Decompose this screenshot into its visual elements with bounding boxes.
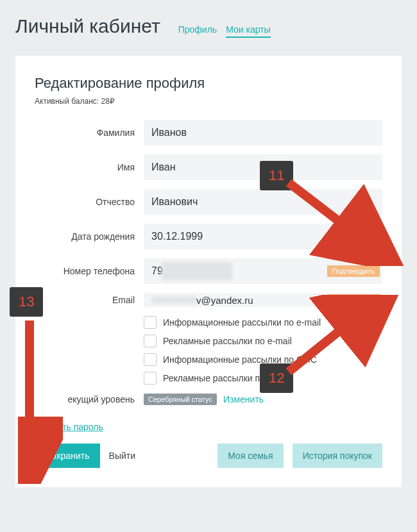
dob-label: Дата рождения bbox=[35, 231, 144, 242]
phone-redacted bbox=[162, 262, 232, 280]
lock-icon bbox=[367, 230, 376, 243]
page-title: Личный кабинет bbox=[15, 15, 160, 37]
card-title: Редактирование профиля bbox=[35, 75, 382, 92]
firstname-input[interactable] bbox=[144, 154, 382, 180]
confirm-email-button[interactable]: Подтвердить bbox=[327, 294, 380, 306]
tab-my-cards[interactable]: Мои карты bbox=[226, 24, 271, 38]
history-button[interactable]: История покупок bbox=[293, 444, 382, 468]
change-level-link[interactable]: Изменить bbox=[223, 394, 264, 404]
lastname-label: Фамилия bbox=[35, 128, 144, 138]
lastname-input[interactable] bbox=[144, 120, 382, 145]
phone-label: Номер телефона bbox=[35, 266, 144, 276]
firstname-label: Имя bbox=[35, 162, 144, 172]
dob-input bbox=[144, 224, 382, 249]
level-label: екущий уровень bbox=[35, 394, 144, 404]
email-label: Email bbox=[35, 295, 144, 305]
family-button[interactable]: Моя семья bbox=[217, 444, 283, 468]
save-button[interactable]: Сохранить bbox=[35, 444, 100, 468]
middlename-input[interactable] bbox=[144, 189, 382, 215]
checkbox-label-sms-info: Информационные рассылки по СМС bbox=[163, 354, 317, 365]
checkbox-sms-ads[interactable] bbox=[144, 372, 157, 385]
nav-tabs: Профиль Мои карты bbox=[178, 24, 271, 38]
balance-text: Активный баланс: 28₽ bbox=[35, 97, 382, 106]
change-password-link[interactable]: Сменить пароль bbox=[35, 422, 103, 432]
checkbox-label-sms-ads: Рекламные рассылки по СМС bbox=[163, 373, 287, 383]
tab-profile[interactable]: Профиль bbox=[178, 24, 217, 38]
profile-card: Редактирование профиля Активный баланс: … bbox=[15, 56, 402, 487]
checkbox-email-ads[interactable] bbox=[144, 335, 157, 347]
checkbox-sms-info[interactable] bbox=[144, 353, 157, 366]
checkbox-email-info[interactable] bbox=[144, 316, 157, 329]
confirm-phone-button[interactable]: Подтвердить bbox=[327, 265, 380, 277]
logout-button[interactable]: Выйти bbox=[109, 444, 146, 468]
middlename-label: Отчество bbox=[35, 197, 144, 207]
email-suffix: v@yandex.ru bbox=[196, 295, 253, 306]
checkbox-label-email-info: Информационные рассылки по e-mail bbox=[163, 317, 321, 328]
email-redacted bbox=[151, 297, 196, 303]
status-badge: Серебряный статус bbox=[144, 394, 217, 405]
checkbox-label-email-ads: Рекламные рассылки по e-mail bbox=[163, 336, 292, 346]
